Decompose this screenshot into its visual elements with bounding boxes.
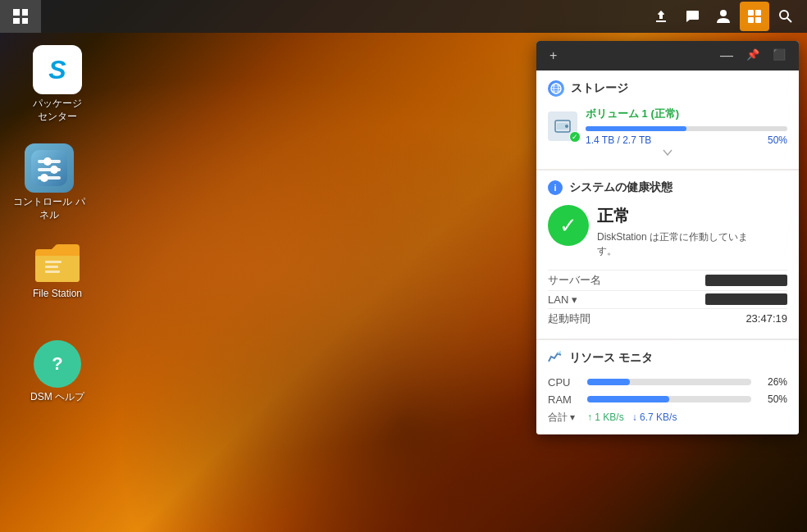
taskbar bbox=[0, 0, 807, 33]
cpu-progress-fill bbox=[587, 379, 630, 385]
health-title-text: システムの健康状態 bbox=[569, 180, 672, 195]
svg-rect-18 bbox=[45, 271, 60, 273]
network-row: 合計 ▾ ↑ 1 KB/s ↓ 6.7 KB/s bbox=[548, 411, 787, 425]
health-section: i システムの健康状態 ✓ 正常 DiskStation は正常に作動しています… bbox=[536, 171, 799, 339]
chat-taskbar-button[interactable] bbox=[677, 2, 707, 31]
question-mark-svg: ? bbox=[45, 352, 70, 376]
svg-point-27 bbox=[565, 125, 568, 128]
uptime-row: 起動時間 23:47:19 bbox=[548, 308, 787, 329]
server-name-value bbox=[705, 275, 787, 286]
control-panel-icon-image bbox=[25, 143, 74, 193]
chart-icon-svg bbox=[548, 350, 563, 363]
desktop-icon-dsm-help[interactable]: ? DSM ヘルプ bbox=[21, 340, 94, 404]
svg-point-11 bbox=[43, 157, 52, 166]
storage-scroll-down[interactable] bbox=[548, 146, 787, 159]
svg-point-7 bbox=[780, 11, 788, 19]
health-text-block: 正常 DiskStation は正常に作動しています。 bbox=[597, 205, 787, 258]
volume-progress-fill bbox=[586, 126, 686, 131]
storage-device-svg bbox=[554, 117, 572, 135]
volume-status: (正常) bbox=[650, 107, 679, 120]
health-desc-text: DiskStation は正常に作動しています。 bbox=[597, 230, 787, 258]
dsm-help-label: DSM ヘルプ bbox=[30, 391, 84, 404]
widget-pin-button[interactable]: 📌 bbox=[741, 47, 764, 65]
windows-taskbar-button[interactable] bbox=[740, 2, 769, 31]
apps-grid-button[interactable] bbox=[0, 0, 41, 33]
chat-icon bbox=[685, 9, 700, 24]
storage-globe-icon bbox=[548, 80, 564, 97]
volume-progress-bg bbox=[586, 126, 787, 131]
storage-title-text: ストレージ bbox=[571, 81, 628, 96]
cpu-progress-bg bbox=[587, 379, 751, 385]
health-check-circle: ✓ bbox=[548, 205, 589, 246]
volume-details: ボリューム 1 (正常) 1.4 TB / 2.7 TB 50% bbox=[586, 107, 787, 146]
cpu-label: CPU bbox=[548, 376, 581, 389]
svg-rect-4 bbox=[755, 10, 761, 16]
volume-stats: 1.4 TB / 2.7 TB 50% bbox=[586, 134, 787, 146]
taskbar-right bbox=[646, 2, 807, 31]
search-icon bbox=[778, 9, 793, 24]
chevron-down-icon bbox=[663, 149, 672, 156]
person-icon bbox=[716, 9, 731, 24]
resource-section: リソース モニタ CPU 26% RAM 50% 合計 ▾ bbox=[536, 340, 799, 434]
lan-row: LAN ▾ bbox=[548, 290, 787, 308]
svg-rect-6 bbox=[755, 17, 761, 23]
volume-percent: 50% bbox=[768, 134, 787, 146]
server-name-row: サーバー名 bbox=[548, 270, 787, 290]
upload-icon bbox=[654, 9, 668, 24]
control-panel-svg bbox=[31, 150, 67, 186]
lan-label[interactable]: LAN ▾ bbox=[548, 293, 577, 306]
package-center-icon-image: S bbox=[33, 45, 82, 94]
widget-header: + — 📌 ⬛ bbox=[536, 41, 799, 70]
volume-icon-wrapper: ✓ bbox=[548, 111, 577, 141]
svg-point-15 bbox=[40, 174, 48, 182]
ram-row: RAM 50% bbox=[548, 393, 787, 406]
svg-rect-0 bbox=[656, 20, 666, 22]
desktop-icon-package-center[interactable]: S パッケージセンター bbox=[21, 45, 94, 123]
resource-section-title: リソース モニタ bbox=[548, 350, 787, 366]
svg-text:?: ? bbox=[52, 353, 62, 374]
package-s-letter: S bbox=[48, 55, 66, 85]
widget-minimize-button[interactable]: — bbox=[715, 47, 738, 65]
storage-section-title: ストレージ bbox=[548, 80, 787, 97]
desktop: S パッケージセンター コント bbox=[0, 0, 807, 532]
svg-rect-3 bbox=[748, 10, 754, 16]
volume-status-check: ✓ bbox=[569, 131, 581, 143]
control-panel-label: コントロール パネル bbox=[12, 196, 86, 221]
server-name-label: サーバー名 bbox=[548, 273, 601, 288]
desktop-icon-control-panel[interactable]: コントロール パネル bbox=[12, 143, 86, 221]
cpu-row: CPU 26% bbox=[548, 376, 787, 389]
net-upload: ↑ 1 KB/s bbox=[587, 412, 624, 423]
volume-row: ✓ ボリューム 1 (正常) 1.4 TB / 2.7 TB bbox=[548, 107, 787, 146]
widget-add-button[interactable]: + bbox=[545, 47, 562, 65]
svg-rect-16 bbox=[45, 261, 62, 263]
health-main-area: ✓ 正常 DiskStation は正常に作動しています。 bbox=[548, 205, 787, 258]
widget-resize-button[interactable]: ⬛ bbox=[768, 47, 791, 65]
health-info-icon: i bbox=[548, 180, 563, 195]
health-section-title: i システムの健康状態 bbox=[548, 180, 787, 195]
package-center-label: パッケージセンター bbox=[33, 98, 82, 123]
cpu-percent: 26% bbox=[758, 376, 787, 388]
health-status-text: 正常 bbox=[597, 205, 787, 227]
ram-progress-bg bbox=[587, 396, 751, 402]
svg-rect-5 bbox=[748, 17, 754, 23]
widget-panel: + — 📌 ⬛ ストレージ bbox=[536, 41, 799, 434]
file-station-label: File Station bbox=[33, 288, 82, 301]
svg-line-8 bbox=[787, 18, 791, 22]
taskbar-left bbox=[0, 0, 41, 33]
lan-value bbox=[705, 293, 787, 305]
net-label[interactable]: 合計 ▾ bbox=[548, 411, 581, 425]
search-taskbar-button[interactable] bbox=[771, 2, 800, 31]
user-taskbar-button[interactable] bbox=[709, 2, 738, 31]
uptime-value: 23:47:19 bbox=[745, 312, 787, 325]
uptime-label: 起動時間 bbox=[548, 311, 590, 326]
windows-icon bbox=[747, 9, 762, 24]
volume-used: 1.4 TB / 2.7 TB bbox=[586, 134, 651, 146]
ram-progress-fill bbox=[587, 396, 669, 402]
resource-chart-icon bbox=[548, 350, 563, 366]
svg-point-13 bbox=[50, 166, 58, 174]
upload-taskbar-button[interactable] bbox=[646, 2, 676, 31]
health-rows: サーバー名 LAN ▾ 起動時間 23:47:19 bbox=[548, 270, 787, 329]
widget-header-actions: — 📌 ⬛ bbox=[715, 47, 791, 65]
net-download: ↓ 6.7 KB/s bbox=[632, 412, 677, 423]
desktop-icon-file-station[interactable]: File Station bbox=[21, 242, 94, 301]
